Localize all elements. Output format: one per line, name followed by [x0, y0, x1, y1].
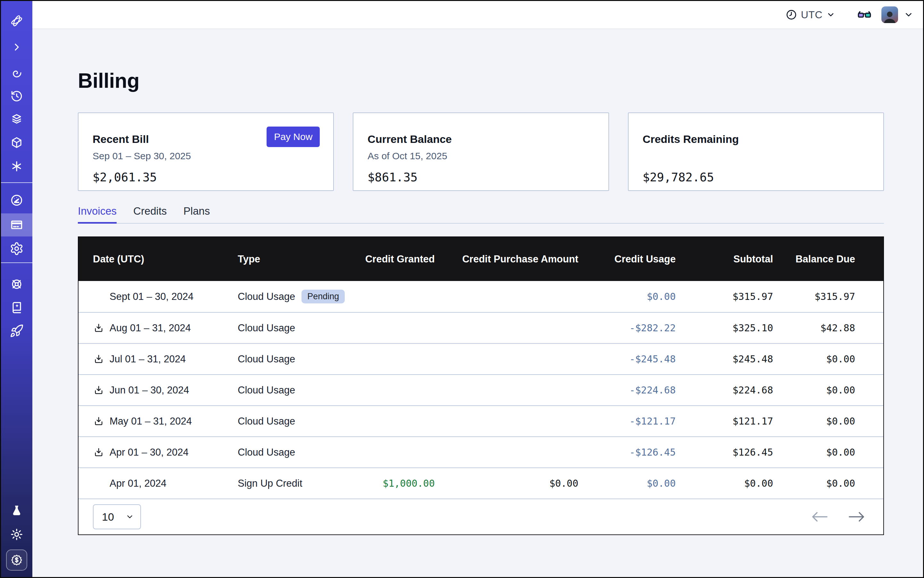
subtotal-value: $224.68 — [676, 375, 773, 405]
table-header-row: Date (UTC) Type Credit Granted Credit Pu… — [78, 237, 883, 281]
balance-due-value: $42.88 — [773, 313, 883, 343]
page-size-select[interactable]: 10 — [93, 504, 141, 529]
card-subtitle: Sep 01 – Sep 30, 2025 — [93, 151, 319, 162]
column-header-balance-due: Balance Due — [773, 237, 883, 281]
status-badge: Pending — [302, 290, 345, 304]
table-row: Apr 01 – 30, 2024 Cloud Usage -$126.45 $… — [78, 437, 883, 468]
glasses-icon[interactable] — [855, 7, 874, 22]
history-icon[interactable] — [1, 84, 32, 108]
chevron-down-icon — [126, 513, 134, 521]
clock-icon — [786, 9, 797, 21]
column-header-subtotal: Subtotal — [676, 237, 773, 281]
balance-due-value: $0.00 — [773, 406, 883, 437]
sidebar-divider — [1, 182, 32, 183]
download-invoice-icon[interactable] — [93, 446, 104, 458]
topbar: UTC — [32, 1, 923, 29]
credits-remaining-amount: $29,782.65 — [643, 170, 869, 184]
table-row: May 01 – 31, 2024 Cloud Usage -$121.17 $… — [78, 405, 883, 437]
invoice-type: Sign Up Credit — [238, 478, 302, 489]
credit-granted-value — [351, 281, 435, 312]
page-size-value: 10 — [102, 511, 114, 523]
next-page-arrow[interactable] — [848, 511, 865, 522]
invoice-date: Jul 01 – 31, 2024 — [110, 353, 186, 365]
credit-usage-value: $0.00 — [578, 468, 676, 498]
table-row: Jun 01 – 30, 2024 Cloud Usage -$224.68 $… — [78, 374, 883, 405]
download-invoice-icon[interactable] — [93, 353, 104, 365]
avatar[interactable] — [882, 6, 898, 23]
card-subtitle — [643, 151, 869, 162]
current-balance-amount: $861.35 — [367, 170, 594, 184]
table-row: Aug 01 – 31, 2024 Cloud Usage -$282.22 $… — [78, 312, 883, 343]
credit-usage-value: $0.00 — [578, 281, 676, 312]
spiral-icon[interactable] — [1, 61, 32, 84]
settings-gear-icon[interactable] — [1, 237, 32, 260]
card-subtitle: As of Oct 15, 2025 — [367, 151, 594, 162]
timezone-selector[interactable]: UTC — [786, 9, 835, 21]
table-row: Sept 01 – 30, 2024 Cloud Usage Pending $… — [78, 281, 883, 312]
subtotal-value: $325.10 — [676, 313, 773, 343]
invoice-date: Sept 01 – 30, 2024 — [110, 291, 193, 302]
pay-now-button[interactable]: Pay Now — [266, 127, 320, 147]
invoice-type: Cloud Usage — [238, 416, 295, 427]
invoice-type: Cloud Usage — [238, 353, 295, 365]
invoice-type: Cloud Usage — [238, 446, 295, 458]
sidebar — [1, 1, 32, 577]
credit-granted-value: $1,000.00 — [351, 468, 435, 498]
balance-due-value: $0.00 — [773, 375, 883, 405]
billing-tabs: Invoices Credits Plans — [78, 205, 884, 224]
table-row: Jul 01 – 31, 2024 Cloud Usage -$245.48 $… — [78, 343, 883, 374]
theme-sun-icon[interactable] — [1, 523, 32, 546]
sidebar-item-billing[interactable] — [1, 213, 32, 237]
recent-bill-amount: $2,061.35 — [93, 170, 319, 184]
timezone-label: UTC — [801, 9, 822, 21]
docs-book-icon[interactable] — [1, 296, 32, 319]
column-header-credit-granted: Credit Granted — [351, 237, 435, 281]
invoice-date: Jun 01 – 30, 2024 — [110, 385, 189, 396]
download-invoice-icon[interactable] — [93, 385, 104, 396]
invoice-date: Apr 01, 2024 — [110, 478, 167, 489]
asterisk-icon[interactable] — [1, 155, 32, 178]
column-header-date: Date (UTC) — [78, 237, 238, 281]
credits-remaining-card: Credits Remaining $29,782.65 — [628, 112, 884, 191]
credit-usage-value: -$126.45 — [578, 437, 676, 468]
tab-plans[interactable]: Plans — [184, 205, 210, 223]
page-title: Billing — [78, 69, 884, 93]
subtotal-value: $126.45 — [676, 437, 773, 468]
prev-page-arrow[interactable] — [812, 511, 828, 522]
rocket-icon[interactable] — [1, 320, 32, 343]
usage-gauge-icon[interactable] — [1, 189, 32, 212]
package-icon[interactable] — [1, 131, 32, 154]
main-content: Billing Recent Bill Sep 01 – Sep 30, 202… — [32, 30, 923, 577]
collapse-sidebar-icon[interactable] — [1, 36, 32, 58]
subtotal-value: $0.00 — [676, 468, 773, 498]
invoice-date: Apr 01 – 30, 2024 — [110, 446, 188, 458]
chevron-down-icon — [826, 10, 835, 19]
column-header-credit-purchase: Credit Purchase Amount — [435, 237, 578, 281]
tab-credits[interactable]: Credits — [133, 205, 167, 223]
lab-flask-icon[interactable] — [1, 499, 32, 522]
tab-invoices[interactable]: Invoices — [78, 205, 117, 223]
invoice-type: Cloud Usage — [238, 385, 295, 396]
table-body: Sept 01 – 30, 2024 Cloud Usage Pending $… — [78, 281, 883, 498]
layers-icon[interactable] — [1, 108, 32, 131]
credit-purchase-value — [435, 281, 578, 312]
pricing-seal-button[interactable] — [6, 549, 27, 571]
balance-due-value: $0.00 — [773, 468, 883, 498]
helm-icon[interactable] — [1, 273, 32, 296]
credit-usage-value: -$224.68 — [578, 375, 676, 405]
current-balance-card: Current Balance As of Oct 15, 2025 $861.… — [353, 112, 609, 191]
invoice-type: Cloud Usage — [238, 291, 295, 302]
credit-granted-value — [351, 406, 435, 437]
account-menu-chevron[interactable] — [904, 10, 913, 19]
app-logo-icon[interactable] — [1, 9, 32, 32]
credit-purchase-value — [435, 344, 578, 374]
balance-due-value: $0.00 — [773, 437, 883, 468]
subtotal-value: $121.17 — [676, 406, 773, 437]
download-invoice-icon[interactable] — [93, 322, 104, 334]
card-title: Credits Remaining — [643, 133, 869, 146]
credit-purchase-value — [435, 437, 578, 468]
balance-due-value: $0.00 — [773, 344, 883, 374]
download-invoice-icon[interactable] — [93, 416, 104, 427]
credit-usage-value: -$282.22 — [578, 313, 676, 343]
recent-bill-card: Recent Bill Sep 01 – Sep 30, 2025 $2,061… — [78, 112, 334, 191]
